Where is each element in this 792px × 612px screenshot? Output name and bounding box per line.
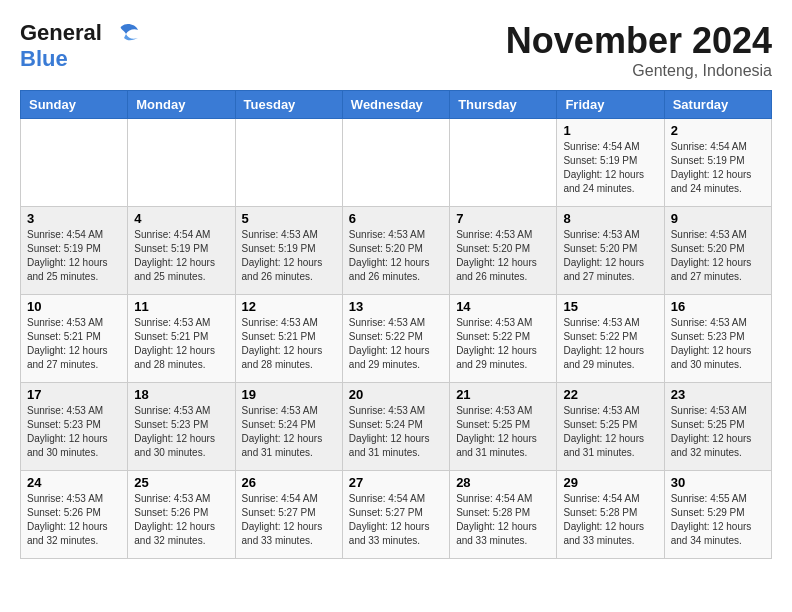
logo-bird-icon [106,22,138,44]
day-number: 21 [456,387,550,402]
calendar-cell: 4Sunrise: 4:54 AM Sunset: 5:19 PM Daylig… [128,207,235,295]
day-number: 16 [671,299,765,314]
day-number: 9 [671,211,765,226]
day-number: 13 [349,299,443,314]
day-number: 28 [456,475,550,490]
header: General Blue November 2024 Genteng, Indo… [20,20,772,80]
calendar-cell: 19Sunrise: 4:53 AM Sunset: 5:24 PM Dayli… [235,383,342,471]
calendar-cell: 13Sunrise: 4:53 AM Sunset: 5:22 PM Dayli… [342,295,449,383]
day-of-week-header: Monday [128,91,235,119]
day-of-week-header: Thursday [450,91,557,119]
title-section: November 2024 Genteng, Indonesia [506,20,772,80]
day-number: 17 [27,387,121,402]
day-info: Sunrise: 4:54 AM Sunset: 5:19 PM Dayligh… [671,140,765,196]
calendar-cell: 21Sunrise: 4:53 AM Sunset: 5:25 PM Dayli… [450,383,557,471]
day-info: Sunrise: 4:53 AM Sunset: 5:22 PM Dayligh… [456,316,550,372]
calendar-cell [235,119,342,207]
day-of-week-header: Tuesday [235,91,342,119]
calendar-cell: 28Sunrise: 4:54 AM Sunset: 5:28 PM Dayli… [450,471,557,559]
day-number: 26 [242,475,336,490]
day-number: 18 [134,387,228,402]
calendar-week-row: 3Sunrise: 4:54 AM Sunset: 5:19 PM Daylig… [21,207,772,295]
calendar-cell: 2Sunrise: 4:54 AM Sunset: 5:19 PM Daylig… [664,119,771,207]
calendar-cell: 17Sunrise: 4:53 AM Sunset: 5:23 PM Dayli… [21,383,128,471]
day-number: 15 [563,299,657,314]
day-info: Sunrise: 4:54 AM Sunset: 5:28 PM Dayligh… [563,492,657,548]
day-info: Sunrise: 4:53 AM Sunset: 5:21 PM Dayligh… [242,316,336,372]
day-info: Sunrise: 4:54 AM Sunset: 5:27 PM Dayligh… [349,492,443,548]
day-number: 3 [27,211,121,226]
day-info: Sunrise: 4:53 AM Sunset: 5:26 PM Dayligh… [27,492,121,548]
calendar-cell: 12Sunrise: 4:53 AM Sunset: 5:21 PM Dayli… [235,295,342,383]
day-info: Sunrise: 4:53 AM Sunset: 5:20 PM Dayligh… [349,228,443,284]
calendar-cell [128,119,235,207]
calendar-cell [342,119,449,207]
calendar-table: SundayMondayTuesdayWednesdayThursdayFrid… [20,90,772,559]
calendar-cell: 10Sunrise: 4:53 AM Sunset: 5:21 PM Dayli… [21,295,128,383]
day-number: 23 [671,387,765,402]
calendar-cell: 26Sunrise: 4:54 AM Sunset: 5:27 PM Dayli… [235,471,342,559]
calendar-cell: 14Sunrise: 4:53 AM Sunset: 5:22 PM Dayli… [450,295,557,383]
calendar-week-row: 10Sunrise: 4:53 AM Sunset: 5:21 PM Dayli… [21,295,772,383]
calendar-cell: 6Sunrise: 4:53 AM Sunset: 5:20 PM Daylig… [342,207,449,295]
calendar-cell: 20Sunrise: 4:53 AM Sunset: 5:24 PM Dayli… [342,383,449,471]
day-of-week-header: Friday [557,91,664,119]
day-info: Sunrise: 4:53 AM Sunset: 5:25 PM Dayligh… [563,404,657,460]
day-number: 19 [242,387,336,402]
day-number: 12 [242,299,336,314]
day-number: 25 [134,475,228,490]
day-info: Sunrise: 4:54 AM Sunset: 5:19 PM Dayligh… [134,228,228,284]
calendar-week-row: 24Sunrise: 4:53 AM Sunset: 5:26 PM Dayli… [21,471,772,559]
day-info: Sunrise: 4:53 AM Sunset: 5:19 PM Dayligh… [242,228,336,284]
day-number: 30 [671,475,765,490]
calendar-cell: 24Sunrise: 4:53 AM Sunset: 5:26 PM Dayli… [21,471,128,559]
day-number: 2 [671,123,765,138]
day-number: 10 [27,299,121,314]
day-info: Sunrise: 4:53 AM Sunset: 5:21 PM Dayligh… [27,316,121,372]
day-info: Sunrise: 4:53 AM Sunset: 5:22 PM Dayligh… [563,316,657,372]
day-info: Sunrise: 4:53 AM Sunset: 5:21 PM Dayligh… [134,316,228,372]
calendar-body: 1Sunrise: 4:54 AM Sunset: 5:19 PM Daylig… [21,119,772,559]
calendar-cell: 1Sunrise: 4:54 AM Sunset: 5:19 PM Daylig… [557,119,664,207]
calendar-cell: 11Sunrise: 4:53 AM Sunset: 5:21 PM Dayli… [128,295,235,383]
day-info: Sunrise: 4:53 AM Sunset: 5:20 PM Dayligh… [456,228,550,284]
day-number: 7 [456,211,550,226]
day-number: 4 [134,211,228,226]
day-info: Sunrise: 4:53 AM Sunset: 5:24 PM Dayligh… [242,404,336,460]
location-subtitle: Genteng, Indonesia [506,62,772,80]
calendar-cell: 5Sunrise: 4:53 AM Sunset: 5:19 PM Daylig… [235,207,342,295]
day-info: Sunrise: 4:53 AM Sunset: 5:23 PM Dayligh… [134,404,228,460]
calendar-cell: 27Sunrise: 4:54 AM Sunset: 5:27 PM Dayli… [342,471,449,559]
calendar-cell: 29Sunrise: 4:54 AM Sunset: 5:28 PM Dayli… [557,471,664,559]
day-number: 8 [563,211,657,226]
day-of-week-header: Saturday [664,91,771,119]
day-info: Sunrise: 4:53 AM Sunset: 5:25 PM Dayligh… [671,404,765,460]
day-info: Sunrise: 4:53 AM Sunset: 5:24 PM Dayligh… [349,404,443,460]
calendar-cell: 8Sunrise: 4:53 AM Sunset: 5:20 PM Daylig… [557,207,664,295]
day-info: Sunrise: 4:53 AM Sunset: 5:26 PM Dayligh… [134,492,228,548]
day-number: 27 [349,475,443,490]
day-info: Sunrise: 4:54 AM Sunset: 5:28 PM Dayligh… [456,492,550,548]
logo: General Blue [20,20,138,72]
day-info: Sunrise: 4:55 AM Sunset: 5:29 PM Dayligh… [671,492,765,548]
calendar-cell: 15Sunrise: 4:53 AM Sunset: 5:22 PM Dayli… [557,295,664,383]
day-info: Sunrise: 4:53 AM Sunset: 5:20 PM Dayligh… [671,228,765,284]
month-title: November 2024 [506,20,772,62]
calendar-cell: 18Sunrise: 4:53 AM Sunset: 5:23 PM Dayli… [128,383,235,471]
day-number: 11 [134,299,228,314]
day-info: Sunrise: 4:53 AM Sunset: 5:23 PM Dayligh… [671,316,765,372]
logo-text-blue: Blue [20,46,68,71]
day-number: 14 [456,299,550,314]
calendar-header-row: SundayMondayTuesdayWednesdayThursdayFrid… [21,91,772,119]
calendar-cell: 22Sunrise: 4:53 AM Sunset: 5:25 PM Dayli… [557,383,664,471]
day-info: Sunrise: 4:54 AM Sunset: 5:19 PM Dayligh… [27,228,121,284]
calendar-week-row: 1Sunrise: 4:54 AM Sunset: 5:19 PM Daylig… [21,119,772,207]
calendar-cell: 16Sunrise: 4:53 AM Sunset: 5:23 PM Dayli… [664,295,771,383]
day-of-week-header: Wednesday [342,91,449,119]
logo-text-general: General [20,20,102,46]
day-info: Sunrise: 4:53 AM Sunset: 5:20 PM Dayligh… [563,228,657,284]
calendar-cell: 30Sunrise: 4:55 AM Sunset: 5:29 PM Dayli… [664,471,771,559]
calendar-cell: 7Sunrise: 4:53 AM Sunset: 5:20 PM Daylig… [450,207,557,295]
day-number: 6 [349,211,443,226]
calendar-cell: 23Sunrise: 4:53 AM Sunset: 5:25 PM Dayli… [664,383,771,471]
